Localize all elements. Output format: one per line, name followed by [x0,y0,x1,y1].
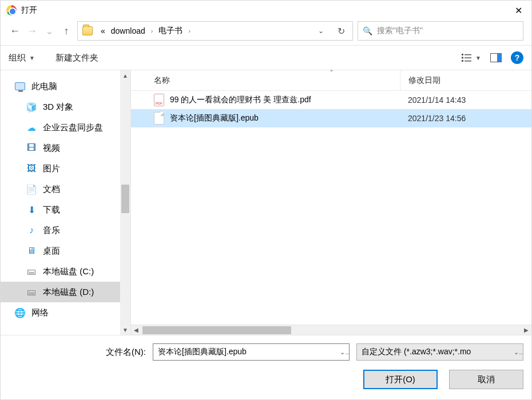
svg-rect-2 [462,57,463,59]
nav-row: ← → ⌄ ↑ « download › 电子书 › ⌄ ↻ 🔍 搜索"电子书" [1,20,531,45]
view-options-button[interactable]: ▼ [462,53,481,62]
open-button-label: 打开(O) [386,374,415,385]
chevron-down-icon: ⌄ [318,27,324,35]
cancel-button-label: 取消 [478,374,495,385]
forward-button[interactable]: → [26,25,38,37]
file-row[interactable]: 99 的人一看就会的理财书 美 理查兹.pdf2021/1/14 14:43 [131,91,531,109]
filetype-value: 自定义文件 (*.azw3;*.wav;*.mo [357,347,509,357]
scroll-right-icon[interactable]: ▶ [521,325,531,335]
drive-icon: 🖴 [26,266,37,277]
file-list: ˄ 名称 修改日期 99 的人一看就会的理财书 美 理查兹.pdf2021/1/… [131,70,531,335]
open-button[interactable]: 打开(O) [363,370,438,389]
new-folder-button[interactable]: 新建文件夹 [55,53,98,63]
dialog-body: 此电脑🧊3D 对象☁企业云盘同步盘🎞视频🖼图片📄文档⬇下载♪音乐🖥桌面🖴本地磁盘… [1,70,531,335]
breadcrumb-prefix: « [101,26,105,35]
sidebar-item-label: 企业云盘同步盘 [43,122,103,133]
close-button[interactable]: ✕ [505,1,531,20]
column-date[interactable]: 修改日期 [400,70,531,90]
sidebar-scrollbar[interactable]: ▲ ▼ [120,70,130,335]
drive-icon: 🖴 [26,287,37,297]
bottom-panel: 文件名(N): 资本论[插图典藏版].epub ⌄ 自定义文件 (*.azw3;… [1,335,531,399]
pdf-icon [154,94,164,106]
sidebar-item-label: 本地磁盘 (D:) [43,287,94,298]
caret-down-icon: ▼ [29,55,35,61]
sidebar-item-network[interactable]: 🌐网络 [1,302,120,323]
filename-value: 资本论[插图典藏版].epub [153,347,335,357]
filename-input[interactable]: 资本论[插图典藏版].epub ⌄ [153,343,350,361]
column-date-label: 修改日期 [408,75,440,86]
file-row[interactable]: 资本论[插图典藏版].epub2021/1/23 14:56 [131,109,531,127]
filename-label: 文件名(N): [106,347,146,358]
film-icon: 🎞 [26,143,37,153]
filetype-select[interactable]: 自定义文件 (*.azw3;*.wav;*.mo ⌄ [356,343,523,361]
file-rows: 99 的人一看就会的理财书 美 理查兹.pdf2021/1/14 14:43资本… [131,91,531,325]
sidebar-item-drive-c[interactable]: 🖴本地磁盘 (C:) [1,261,120,282]
chevron-right-icon: › [151,27,153,34]
sidebar: 此电脑🧊3D 对象☁企业云盘同步盘🎞视频🖼图片📄文档⬇下载♪音乐🖥桌面🖴本地磁盘… [1,70,131,335]
refresh-button[interactable]: ↻ [329,26,352,37]
search-placeholder: 搜索"电子书" [377,26,423,36]
cancel-button[interactable]: 取消 [449,370,523,389]
cube-icon: 🧊 [26,102,37,113]
chevron-down-icon: ⌄ [45,25,54,37]
preview-pane-button[interactable] [490,53,502,62]
sort-ascending-icon: ˄ [330,69,333,75]
sidebar-item-docs[interactable]: 📄文档 [1,179,120,199]
monitor-icon [14,82,26,90]
sidebar-item-label: 网络 [31,307,49,318]
back-button[interactable]: ← [9,25,21,37]
address-bar[interactable]: « download › 电子书 › ⌄ ↻ [77,21,353,41]
sidebar-item-desktop[interactable]: 🖥桌面 [1,241,120,261]
refresh-icon: ↻ [338,26,345,37]
help-button[interactable]: ? [511,51,523,64]
sidebar-item-label: 3D 对象 [43,102,73,113]
svg-rect-5 [464,61,471,62]
sidebar-item-drive-d[interactable]: 🖴本地磁盘 (D:) [1,282,120,302]
sidebar-item-downloads[interactable]: ⬇下载 [1,199,120,220]
cloud-icon: ☁ [26,122,37,133]
preview-pane-icon [490,53,502,62]
sidebar-item-label: 桌面 [43,246,60,257]
scroll-left-icon[interactable]: ◀ [131,325,141,335]
sidebar-item-cloud[interactable]: ☁企业云盘同步盘 [1,117,120,138]
music-icon: ♪ [26,225,37,235]
address-dropdown[interactable]: ⌄ [312,27,329,35]
filename-dropdown[interactable]: ⌄ [335,349,349,356]
recent-dropdown[interactable]: ⌄ [43,25,55,37]
up-button[interactable]: ↑ [60,25,73,37]
help-icon: ? [515,53,520,62]
sidebar-item-label: 本地磁盘 (C:) [43,266,94,277]
sidebar-item-3d[interactable]: 🧊3D 对象 [1,97,120,117]
sidebar-item-label: 下载 [43,205,60,215]
sidebar-item-label: 文档 [43,184,60,195]
scrollbar-thumb[interactable] [142,326,291,334]
column-name[interactable]: ˄ 名称 [131,75,400,86]
breadcrumb-segment[interactable]: 电子书 [158,26,182,36]
sidebar-item-label: 图片 [43,163,60,174]
titlebar: 打开 ✕ [1,1,531,20]
file-icon [154,112,164,125]
search-icon: 🔍 [363,26,372,35]
file-date: 2021/1/23 14:56 [400,114,531,123]
chevron-down-icon: ⌄ [509,349,523,356]
sidebar-item-label: 音乐 [43,225,60,236]
breadcrumb-segment[interactable]: download [111,26,145,35]
search-input[interactable]: 🔍 搜索"电子书" [358,21,523,41]
sidebar-item-pics[interactable]: 🖼图片 [1,158,120,179]
sidebar-item-this-pc[interactable]: 此电脑 [1,76,120,97]
open-file-dialog: 打开 ✕ ← → ⌄ ↑ « download › 电子书 › ⌄ ↻ � [0,0,532,400]
organize-menu[interactable]: 组织 ▼ [9,53,35,63]
window-title: 打开 [21,5,37,15]
chevron-down-icon: ⌄ [335,349,349,356]
filetype-dropdown[interactable]: ⌄ [509,349,523,356]
arrow-right-icon: → [27,25,37,37]
svg-rect-4 [462,60,463,62]
close-icon: ✕ [515,5,522,16]
scrollbar-thumb[interactable] [121,185,129,213]
sidebar-item-music[interactable]: ♪音乐 [1,220,120,241]
scroll-up-icon[interactable]: ▲ [120,70,130,81]
scroll-down-icon[interactable]: ▼ [120,325,130,335]
horizontal-scrollbar[interactable]: ◀ ▶ [131,325,531,335]
sidebar-item-video[interactable]: 🎞视频 [1,138,120,158]
folder-icon [82,26,93,35]
